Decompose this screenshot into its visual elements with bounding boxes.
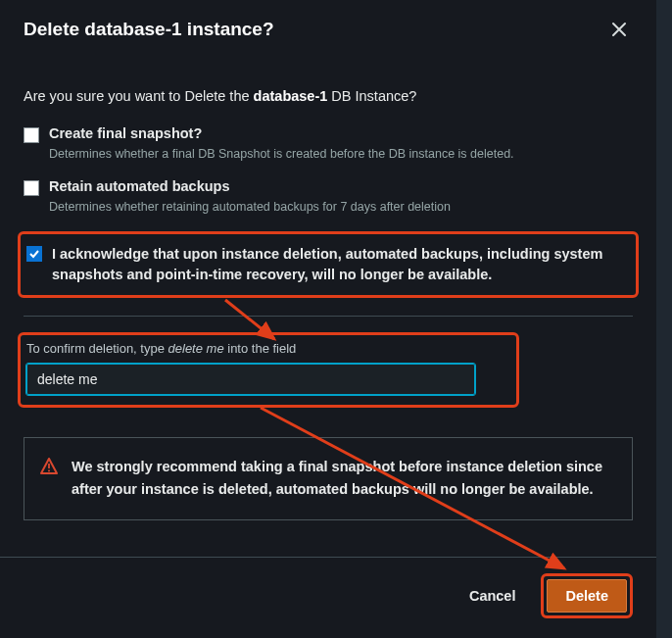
modal-title: Delete database-1 instance? — [24, 19, 605, 40]
delete-instance-modal: Delete database-1 instance? Are you sure… — [0, 0, 656, 638]
create-snapshot-label: Create final snapshot? — [49, 125, 202, 141]
acknowledge-checkbox[interactable] — [26, 246, 42, 262]
cancel-button[interactable]: Cancel — [452, 579, 534, 613]
confirm-field-highlight: To confirm deletion, type delete me into… — [18, 332, 519, 408]
modal-footer: Cancel Delete — [0, 557, 656, 638]
section-divider — [24, 316, 633, 317]
create-snapshot-description: Determines whether a final DB Snapshot i… — [49, 147, 633, 161]
confirm-question: Are you sure you want to Delete the data… — [24, 88, 633, 104]
svg-rect-0 — [48, 464, 50, 468]
warning-icon — [40, 458, 58, 479]
acknowledge-highlight: I acknowledge that upon instance deletio… — [18, 231, 639, 298]
delete-button[interactable]: Delete — [547, 579, 627, 613]
svg-rect-1 — [48, 470, 50, 472]
acknowledge-text: I acknowledge that upon instance deletio… — [52, 244, 626, 285]
create-snapshot-checkbox[interactable] — [24, 127, 39, 143]
confirm-delete-input[interactable] — [26, 364, 475, 395]
retain-backups-description: Determines whether retaining automated b… — [49, 200, 633, 214]
warning-panel: We strongly recommend taking a final sna… — [24, 437, 633, 520]
retain-backups-checkbox[interactable] — [24, 180, 39, 196]
close-button[interactable] — [605, 16, 633, 43]
retain-backups-label: Retain automated backups — [49, 178, 230, 194]
close-icon — [611, 22, 627, 37]
delete-button-highlight: Delete — [541, 573, 633, 618]
confirm-instruction: To confirm deletion, type delete me into… — [26, 341, 506, 356]
warning-text: We strongly recommend taking a final sna… — [72, 456, 614, 500]
